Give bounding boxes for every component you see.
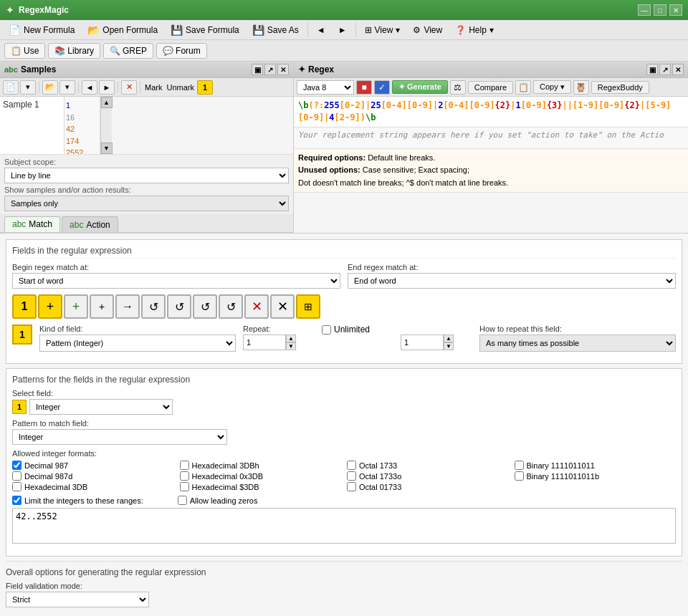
repeat-input[interactable]	[243, 335, 286, 350]
regex-output[interactable]: \b(?:255[0-2]|25[0-4][0-9]|2[0-4][0-9]{2…	[294, 97, 688, 127]
samples-open-dd-btn[interactable]: ▾	[59, 80, 75, 95]
menu-back[interactable]: ◄	[311, 23, 331, 37]
limit-check[interactable]	[12, 496, 22, 505]
select-field-wrap: 1 Integer	[12, 399, 676, 415]
format-octal-1733-check[interactable]	[347, 461, 356, 470]
pattern-match-select[interactable]: Integer	[12, 429, 227, 445]
limit-text: Limit the integers to these ranges:	[24, 496, 143, 505]
compare-icon-btn[interactable]: ⚖	[450, 80, 466, 95]
samples-close-button[interactable]: ✕	[277, 64, 289, 75]
field-btn-add-yellow[interactable]: +	[38, 294, 62, 319]
scroll-up-arrow[interactable]: ▲	[101, 97, 113, 108]
field-btn-delete-red[interactable]: ✕	[244, 294, 269, 319]
format-octal-1733o-check[interactable]	[347, 471, 356, 481]
results-select[interactable]: Samples only	[4, 196, 289, 211]
use-button[interactable]: 📋 Use	[4, 43, 45, 59]
menu-open-formula[interactable]: 📂 Open Formula	[82, 22, 163, 38]
kind-select[interactable]: Pattern (Integer)	[39, 335, 236, 352]
compare-button[interactable]: Compare	[468, 81, 513, 94]
minimize-button[interactable]: —	[638, 4, 651, 16]
library-button[interactable]: 📚 Library	[48, 43, 100, 59]
samples-delete-btn[interactable]: ✕	[121, 80, 137, 95]
format-octal-01733-check[interactable]	[347, 482, 356, 491]
format-binary-longb: Binary 1111011011b	[515, 471, 677, 481]
unlimited-checkbox[interactable]	[322, 325, 331, 335]
format-hex-3db-check[interactable]	[12, 482, 22, 491]
menu-save-formula[interactable]: 💾 Save Formula	[165, 22, 245, 38]
format-hex-dollar3db-check[interactable]	[180, 482, 189, 491]
menu-save-as[interactable]: 💾 Save As	[247, 22, 305, 38]
buddy-label: RegexBuddy	[598, 83, 643, 92]
menu-preferences[interactable]: ⚙ View	[407, 23, 448, 37]
close-button[interactable]: ✕	[669, 4, 682, 16]
mark-number-btn[interactable]: 1	[197, 80, 213, 95]
copy-button[interactable]: Copy ▾	[533, 80, 571, 94]
samples-restore-button[interactable]: ▣	[252, 64, 263, 75]
forum-button[interactable]: 💬 Forum	[156, 43, 207, 59]
menu-forward[interactable]: ►	[333, 23, 353, 37]
field-btn-rotate1[interactable]: ↺	[141, 294, 166, 319]
generate-button[interactable]: ✦ Generate	[392, 80, 448, 94]
end-select[interactable]: End of word	[348, 273, 676, 289]
menu-view[interactable]: ⊞ View ▾	[359, 23, 406, 37]
menu-new-formula-label: New Formula	[24, 25, 75, 35]
format-binary-long-check[interactable]	[515, 461, 524, 470]
format-hex-3dbh-check[interactable]	[180, 461, 189, 470]
scroll-track[interactable]	[101, 108, 112, 143]
repeat-down-btn[interactable]: ▼	[286, 342, 296, 350]
field-btn-move-right[interactable]: →	[115, 294, 140, 319]
copy-icon-btn[interactable]: 📋	[515, 80, 531, 95]
regex-replacement[interactable]: Your replacement string appears here if …	[294, 127, 688, 149]
menu-sep-2	[355, 23, 356, 37]
samples-prev-btn[interactable]: ◄	[82, 80, 97, 95]
buddy-icon-btn[interactable]: 🦉	[573, 80, 589, 95]
field-btn-rotate3[interactable]: ↺	[193, 294, 217, 319]
samples-new-btn[interactable]: 📄	[3, 80, 19, 95]
grep-button[interactable]: 🔍 GREP	[103, 43, 153, 59]
scroll-down-arrow[interactable]: ▼	[101, 143, 113, 154]
samples-scrollbar[interactable]: ▲ ▼	[100, 97, 112, 154]
tab-match[interactable]: abc Match	[4, 216, 60, 232]
library-label: Library	[67, 46, 94, 56]
field-select[interactable]: Integer	[29, 399, 173, 415]
menu-help[interactable]: ❓ Help ▾	[449, 23, 500, 37]
samples-next-btn[interactable]: ►	[99, 80, 115, 95]
rx-part-20: [0-9]	[598, 100, 624, 110]
field-btn-add-normal[interactable]: +	[64, 294, 88, 319]
repeat-input-2[interactable]	[401, 335, 444, 350]
format-decimal-987d-check[interactable]	[12, 471, 22, 481]
field-btn-delete-normal[interactable]: ✕	[270, 294, 295, 319]
regex-red-btn[interactable]: ■	[356, 80, 372, 95]
field-btn-insert[interactable]: +	[90, 294, 114, 319]
maximize-button[interactable]: □	[654, 4, 666, 16]
tab-action[interactable]: abc Action	[62, 216, 118, 232]
repeat-down-btn-2[interactable]: ▼	[444, 342, 454, 350]
samples-open-btn[interactable]: 📂	[42, 80, 58, 95]
format-hex-0x3db-check[interactable]	[180, 471, 189, 481]
regex-float-button[interactable]: ↗	[659, 64, 671, 75]
format-binary-longb-check[interactable]	[515, 471, 524, 481]
field-btn-rotate2[interactable]: ↺	[167, 294, 191, 319]
repeat-up-btn[interactable]: ▲	[286, 335, 296, 342]
menu-new-formula[interactable]: 📄 New Formula	[3, 22, 80, 38]
language-select[interactable]: Java 8	[297, 80, 354, 95]
range-textarea[interactable]: 42..2552	[12, 508, 676, 544]
field-btn-rotate4[interactable]: ↺	[219, 294, 243, 319]
format-decimal-987-check[interactable]	[12, 461, 22, 470]
sample-numbers[interactable]: 1 16 42 174 2552 8088 80386	[64, 97, 100, 154]
how-repeat-select[interactable]: As many times as possible	[479, 335, 676, 352]
field-btn-grid[interactable]: ⊞	[296, 294, 320, 319]
regex-close-button[interactable]: ✕	[672, 64, 684, 75]
field-btn-1[interactable]: 1	[12, 294, 37, 319]
scope-select[interactable]: Line by line	[4, 168, 289, 183]
regex-restore-button[interactable]: ▣	[646, 64, 658, 75]
buddy-button[interactable]: RegexBuddy	[591, 81, 649, 94]
begin-select[interactable]: Start of word	[12, 273, 340, 289]
allow-zeros-check[interactable]	[178, 496, 187, 505]
samples-dropdown-btn[interactable]: ▾	[20, 80, 36, 95]
field-valid-select[interactable]: Strict	[6, 592, 149, 607]
preferences-icon: ⚙	[413, 25, 421, 35]
repeat-up-btn-2[interactable]: ▲	[444, 335, 454, 342]
regex-blue-btn[interactable]: ✓	[374, 80, 390, 95]
samples-float-button[interactable]: ↗	[264, 64, 276, 75]
